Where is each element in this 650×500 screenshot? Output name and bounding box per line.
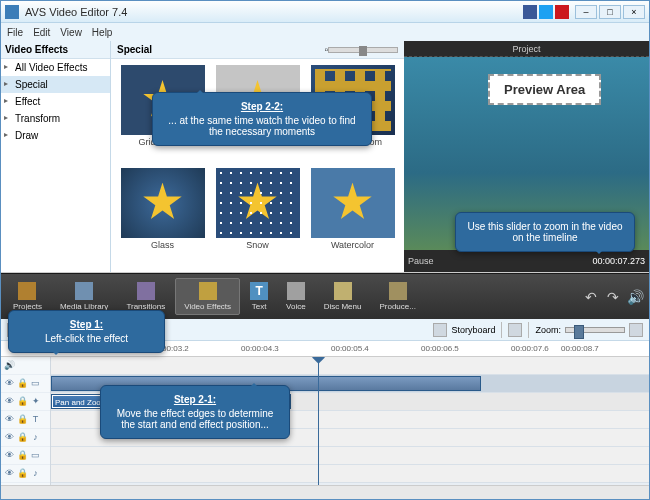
lock-icon[interactable]: 🔒 — [17, 378, 28, 389]
eye-icon[interactable]: 👁 — [4, 378, 15, 389]
voice-icon — [287, 282, 305, 300]
window-title: AVS Video Editor 7.4 — [25, 6, 523, 18]
toolbar-media-library[interactable]: Media Library — [52, 279, 116, 314]
redo-button[interactable]: ↷ — [603, 287, 623, 307]
audio-track-icon: ♪ — [30, 432, 41, 443]
storyboard-label[interactable]: Storyboard — [451, 325, 495, 335]
eye-icon[interactable]: 👁 — [4, 396, 15, 407]
close-button[interactable]: × — [623, 5, 645, 19]
callout-step-2-1: Step 2-1: Move the effect edges to deter… — [100, 385, 290, 439]
menubar: File Edit View Help — [1, 23, 649, 41]
menu-view[interactable]: View — [60, 27, 82, 38]
lock-icon[interactable]: 🔒 — [17, 450, 28, 461]
playhead[interactable] — [318, 357, 319, 485]
video-effects-icon — [199, 282, 217, 300]
thumb-snow[interactable]: Snow — [212, 168, 303, 267]
toolbar-transitions[interactable]: Transitions — [118, 279, 173, 314]
horizontal-scrollbar[interactable] — [1, 485, 649, 499]
eye-icon[interactable]: 👁 — [4, 468, 15, 479]
gallery-header: Special ▫ — [111, 41, 404, 59]
titlebar: AVS Video Editor 7.4 – □ × — [1, 1, 649, 23]
zoom-slider[interactable] — [565, 327, 625, 333]
preview-project-label: Project — [404, 41, 649, 57]
preview-controls: Pause 00:00:07.273 — [404, 250, 649, 272]
menu-file[interactable]: File — [7, 27, 23, 38]
eye-icon[interactable]: 👁 — [4, 432, 15, 443]
track-row[interactable] — [51, 465, 649, 483]
minimize-button[interactable]: – — [575, 5, 597, 19]
lock-icon[interactable]: 🔒 — [17, 414, 28, 425]
undo-button[interactable]: ↶ — [581, 287, 601, 307]
text-track-icon: T — [30, 414, 41, 425]
youtube-icon[interactable] — [555, 5, 569, 19]
pause-button[interactable]: Pause — [408, 256, 434, 266]
effects-sidebar: Video Effects All Video Effects Special … — [1, 41, 111, 272]
menu-help[interactable]: Help — [92, 27, 113, 38]
sidebar-item-effect[interactable]: Effect — [1, 93, 110, 110]
eye-icon[interactable]: 👁 — [4, 414, 15, 425]
track-row[interactable] — [51, 357, 649, 375]
transitions-icon — [137, 282, 155, 300]
produce-icon — [389, 282, 407, 300]
thumb-size-slider[interactable] — [328, 47, 398, 53]
timeline: 🔊 👁🔒▭ 👁🔒✦ 👁🔒T 👁🔒♪ 👁🔒▭ 👁🔒♪ Pan and Zoom — [1, 357, 649, 485]
thumb-glass[interactable]: Glass — [117, 168, 208, 267]
sidebar-header: Video Effects — [1, 41, 110, 59]
window-controls: – □ × — [575, 5, 645, 19]
toolbar-voice[interactable]: Voice — [278, 279, 314, 314]
maximize-button[interactable]: □ — [599, 5, 621, 19]
sidebar-item-transform[interactable]: Transform — [1, 110, 110, 127]
social-links — [523, 5, 569, 19]
zoom-label: Zoom: — [535, 325, 561, 335]
toolbar-projects[interactable]: Projects — [5, 279, 50, 314]
volume-icon[interactable]: 🔊 — [625, 287, 645, 307]
timeline-view-icon[interactable] — [508, 323, 522, 337]
toolbar-disc-menu[interactable]: Disc Menu — [316, 279, 370, 314]
gallery-grid: Grid Mosaic Puzzle Pan and Zoom Glass Sn… — [111, 59, 404, 272]
callout-zoom: Use this slider to zoom in the video on … — [455, 212, 635, 252]
track-headers: 🔊 👁🔒▭ 👁🔒✦ 👁🔒T 👁🔒♪ 👁🔒▭ 👁🔒♪ — [1, 357, 51, 485]
storyboard-icon[interactable] — [433, 323, 447, 337]
zoom-fit-icon[interactable] — [629, 323, 643, 337]
callout-step-1: Step 1: Left-click the effect — [8, 310, 165, 353]
twitter-icon[interactable] — [539, 5, 553, 19]
lock-icon[interactable]: 🔒 — [17, 396, 28, 407]
track-row[interactable] — [51, 447, 649, 465]
callout-step-2-2: Step 2-2: ... at the same time watch the… — [152, 92, 372, 146]
video-track-icon: ▭ — [30, 378, 41, 389]
gallery-title: Special — [117, 44, 152, 55]
text-icon — [250, 282, 268, 300]
fx-track-icon: ✦ — [30, 396, 41, 407]
app-icon — [5, 5, 19, 19]
projects-icon — [18, 282, 36, 300]
toolbar-text[interactable]: Text — [242, 279, 276, 314]
overlay-track-icon: ▭ — [30, 450, 41, 461]
toolbar-produce[interactable]: Produce... — [371, 279, 423, 314]
sidebar-item-all[interactable]: All Video Effects — [1, 59, 110, 76]
sidebar-item-special[interactable]: Special — [1, 76, 110, 93]
sidebar-item-draw[interactable]: Draw — [1, 127, 110, 144]
volume-track-icon[interactable]: 🔊 — [4, 360, 15, 371]
eye-icon[interactable]: 👁 — [4, 450, 15, 461]
thumb-watercolor[interactable]: Watercolor — [307, 168, 398, 267]
media-library-icon — [75, 282, 93, 300]
preview-area-label: Preview Area — [488, 74, 601, 105]
toolbar-video-effects[interactable]: Video Effects — [175, 278, 240, 315]
lock-icon[interactable]: 🔒 — [17, 468, 28, 479]
lock-icon[interactable]: 🔒 — [17, 432, 28, 443]
audio2-track-icon: ♪ — [30, 468, 41, 479]
effect-gallery: Special ▫ Grid Mosaic Puzzle Pan and Zoo… — [111, 41, 404, 272]
facebook-icon[interactable] — [523, 5, 537, 19]
disc-menu-icon — [334, 282, 352, 300]
menu-edit[interactable]: Edit — [33, 27, 50, 38]
